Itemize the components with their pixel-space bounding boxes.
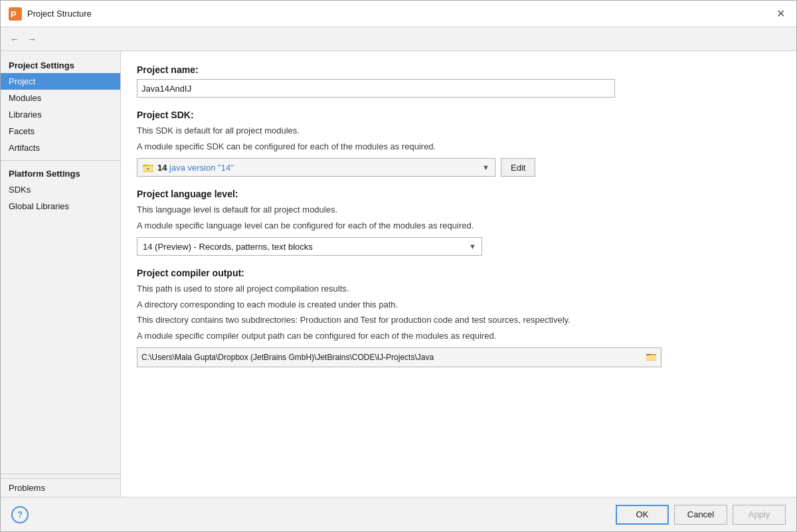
svg-rect-10 [646,355,656,360]
sdk-row: 14 java version "14" ▼ Edit [137,158,780,177]
bottom-actions: OK Cancel Apply [616,505,786,525]
language-desc2: A module specific language level can be … [137,219,780,232]
sdk-version-text: 14 java version "14" [157,163,482,173]
main-panel: Project name: Project SDK: This SDK is d… [121,51,796,497]
compiler-output-path-text: C:\Users\Mala Gupta\Dropbox (JetBrains G… [141,353,642,362]
sdk-dropdown[interactable]: 14 java version "14" ▼ [137,158,495,177]
content-area: Project Settings Project Modules Librari… [1,51,796,497]
compiler-desc2: A directory corresponding to each module… [137,298,780,311]
sdk-title: Project SDK: [137,110,780,120]
sidebar: Project Settings Project Modules Librari… [1,51,121,497]
close-button[interactable]: ✕ [772,6,788,22]
app-icon: P [9,7,22,21]
edit-sdk-button[interactable]: Edit [501,158,535,177]
dialog-title: Project Structure [27,9,772,19]
title-bar: P Project Structure ✕ [1,1,796,27]
sidebar-item-modules[interactable]: Modules [1,90,120,106]
sdk-desc1: This SDK is default for all project modu… [137,124,780,137]
sdk-version-number: 14 [157,163,167,173]
apply-button[interactable]: Apply [733,505,786,525]
project-name-input[interactable] [137,79,615,98]
language-section: Project language level: This language le… [137,189,780,256]
language-desc1: This language level is default for all p… [137,203,780,217]
sdk-folder-icon [143,162,153,173]
forward-button[interactable]: → [23,31,41,48]
ok-button[interactable]: OK [616,505,669,525]
sidebar-item-artifacts[interactable]: Artifacts [1,139,120,156]
compiler-desc4: A module specific compiler output path c… [137,329,780,343]
sidebar-item-project[interactable]: Project [1,73,120,90]
language-level-title: Project language level: [137,189,780,199]
sdk-java-label: java version "14" [169,163,234,173]
svg-rect-6 [147,168,149,169]
sdk-section: Project SDK: This SDK is default for all… [137,110,780,177]
platform-settings-label: Platform Settings [1,165,120,181]
sidebar-item-facets[interactable]: Facets [1,123,120,139]
sidebar-item-global-libraries[interactable]: Global Libraries [1,198,120,215]
sidebar-divider [1,160,120,161]
compiler-section: Project compiler output: This path is us… [137,268,780,367]
nav-bar: ← → [1,27,796,51]
sidebar-item-sdks[interactable]: SDKs [1,181,120,198]
sidebar-item-libraries[interactable]: Libraries [1,106,120,123]
compiler-desc3: This directory contains two subdirectori… [137,313,780,327]
sidebar-divider-bottom [1,474,120,474]
bottom-bar: ? OK Cancel Apply [1,497,796,531]
compiler-output-title: Project compiler output: [137,268,780,278]
language-dropdown-arrow-icon: ▼ [469,242,476,250]
sidebar-item-problems[interactable]: Problems [1,478,120,497]
project-settings-label: Project Settings [1,56,120,73]
language-level-dropdown[interactable]: 14 (Preview) - Records, patterns, text b… [137,237,482,256]
cancel-button[interactable]: Cancel [674,505,727,525]
back-button[interactable]: ← [6,31,23,48]
project-name-label: Project name: [137,64,780,75]
sdk-desc2: A module specific SDK can be configured … [137,140,780,153]
sdk-dropdown-arrow-icon: ▼ [482,163,489,171]
project-structure-dialog: P Project Structure ✕ ← → Project Settin… [0,0,797,532]
help-button[interactable]: ? [11,506,29,523]
language-level-value: 14 (Preview) - Records, patterns, text b… [143,242,469,252]
compiler-output-path-row: C:\Users\Mala Gupta\Dropbox (JetBrains G… [137,347,662,367]
svg-text:P: P [11,9,17,19]
compiler-desc1: This path is used to store all project c… [137,282,780,296]
compiler-output-folder-icon[interactable] [646,352,657,363]
